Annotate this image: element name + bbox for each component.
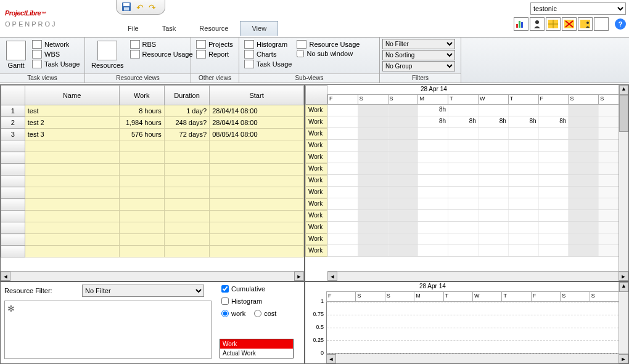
svg-rect-1 [123,3,130,6]
task-usage-sub-button[interactable]: Task Usage [243,59,293,69]
h-scrollbar[interactable]: ◄► [326,354,628,363]
col-name[interactable]: Name [25,86,119,105]
table-row[interactable]: 3test 3576 hours72 days?08/05/14 08:00 [1,129,304,140]
work-type-list[interactable]: WorkActual Work [220,339,294,358]
undo-icon[interactable]: ↶ [136,2,144,12]
resource-filter-select[interactable]: No Filter [82,285,204,297]
charts-button[interactable]: Charts [243,49,293,59]
report-button[interactable]: Report [195,49,234,59]
grid-yellow-icon[interactable] [546,17,561,31]
sorting-select[interactable]: No Sorting [382,50,455,60]
list-item[interactable]: Work [220,339,293,349]
group-select[interactable]: No Group [382,61,455,71]
col-rownum[interactable] [1,86,25,105]
work-row-label: Work [305,105,327,116]
resource-filter-label: Resource Filter: [4,287,78,294]
v-scrollbar[interactable]: ▲ [619,85,628,271]
group-label: Resource views [85,73,191,83]
main-menu: File Task Resource View [116,21,278,36]
svg-rect-2 [124,7,129,10]
group-label: Task views [0,73,84,83]
chart-pane: 28 Apr 14 FSSMTWTFSS 10.750.50.250 ▲ ◄► [305,281,629,364]
task-usage-button[interactable]: Task Usage [31,59,81,69]
col-duration[interactable]: Duration [164,86,209,105]
filter-select[interactable]: No Filter [382,39,455,49]
redo-icon[interactable]: ↷ [149,2,156,12]
cost-radio[interactable]: cost [253,309,278,318]
table-row[interactable]: 2test 21,984 hours248 days?28/04/14 08:0… [1,117,304,129]
chart-date: 28 Apr 14 [417,282,448,290]
col-work[interactable]: Work [119,86,164,105]
grid-person-icon[interactable] [578,17,593,31]
h-scrollbar[interactable]: ◄► [1,271,304,281]
work-row-label: Work [305,163,327,175]
menu-file[interactable]: File [116,21,150,36]
timeline-pane: WorkWorkWorkWorkWorkWorkWorkWorkWorkWork… [305,84,629,281]
chart-canvas [326,302,628,354]
menu-resource[interactable]: Resource [187,21,240,36]
wbs-button[interactable]: WBS [31,49,81,59]
list-item[interactable]: Actual Work [220,349,293,358]
histogram-checkbox[interactable]: Histogram [220,297,300,305]
gantt-button[interactable]: Gantt [4,39,28,70]
projects-button[interactable]: Projects [195,39,234,49]
menu-task[interactable]: Task [150,21,188,36]
chart-icon[interactable] [514,17,528,31]
group-label: Filters [380,73,461,83]
no-sub-window-checkbox[interactable]: No sub window [295,49,361,58]
work-row-label: Work [305,233,327,245]
histogram-button[interactable]: Histogram [243,39,293,49]
task-table[interactable]: Name Work Duration Start 1test8 hours1 d… [1,85,304,257]
work-radio[interactable]: work [220,309,247,318]
cumulative-checkbox[interactable]: Cumulative [220,285,300,293]
project-selector[interactable]: testonic [530,2,626,15]
work-row-label: Work [305,128,327,140]
work-row-label: Work [305,198,327,210]
svg-rect-4 [519,21,520,28]
blank-icon[interactable] [594,17,609,31]
svg-rect-5 [521,22,523,28]
svg-rect-3 [516,24,518,28]
group-label: Other views [191,73,239,83]
resource-filter-pane: Resource Filter: No Filter ✻ Cumulative … [0,281,305,364]
ribbon: Gantt Network WBS Task Usage Task views … [0,37,629,83]
timeline-date: 28 Apr 14 [419,85,449,93]
col-start[interactable]: Start [210,86,304,105]
work-row-label: Work [305,187,327,198]
grid-delete-icon[interactable] [562,17,577,31]
group-label: Sub-views [239,73,379,83]
work-row-label: Work [305,116,327,128]
network-button[interactable]: Network [31,39,81,49]
work-row-label: Work [305,222,327,233]
resources-button[interactable]: Resources [89,39,126,70]
svg-point-14 [586,22,589,24]
resource-list[interactable]: ✻ [4,301,212,359]
quick-access-toolbar: ↶ ↷ [116,0,165,15]
resource-usage-button[interactable]: Resource Usage [129,49,194,59]
menu-view[interactable]: View [240,21,278,36]
rbs-button[interactable]: RBS [129,39,194,49]
table-row[interactable]: 1test8 hours1 day?28/04/14 08:00 [1,105,304,117]
work-row-label: Work [305,140,327,152]
task-table-pane: Name Work Duration Start 1test8 hours1 d… [0,84,305,281]
resource-usage-sub-button[interactable]: Resource Usage [295,39,361,49]
logo: ProjectLibre™ OPENPROJ [0,0,114,37]
h-scrollbar[interactable]: ◄► [327,271,628,281]
help-icon[interactable]: ? [615,18,626,30]
person-icon[interactable] [530,17,545,31]
save-icon[interactable] [121,2,131,13]
work-row-label: Work [305,175,327,187]
v-scrollbar[interactable]: ▲ [619,282,628,354]
work-row-label: Work [305,210,327,222]
work-row-label: Work [305,152,327,163]
work-row-label: Work [305,245,327,257]
svg-point-6 [535,20,539,24]
